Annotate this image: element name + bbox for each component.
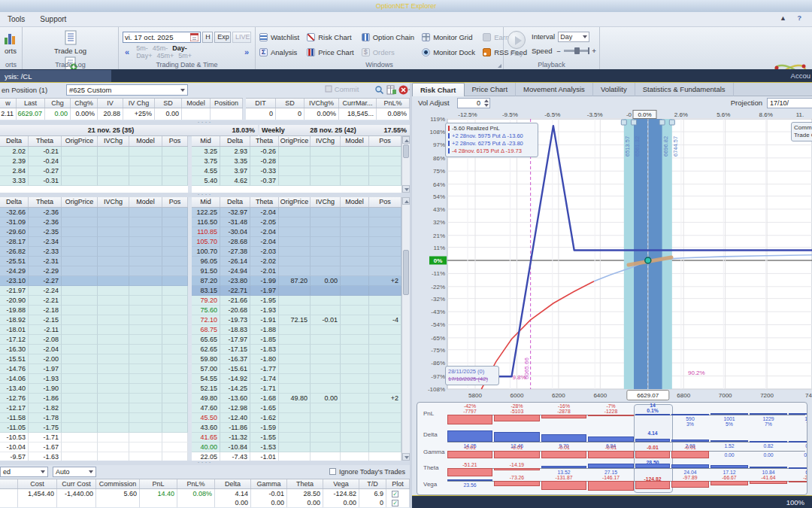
col-Delta[interactable]: Delta [215,479,251,488]
export-grid-icon[interactable] [386,85,396,96]
col-Last[interactable]: Last [17,99,45,108]
scroll-thumb[interactable] [403,144,409,158]
col-delta[interactable]: Delta [220,136,250,146]
col-DIT[interactable]: DIT [246,99,276,108]
option-row[interactable]: 87.20-23.80-1.9987.200.00+2 [192,276,401,286]
calendar-icon[interactable] [190,33,198,41]
option-row[interactable]: 52.15-14.25-1.71 [192,384,401,394]
vol-adjust-spinner[interactable]: 0 [457,98,490,108]
col-model[interactable]: Model [129,197,162,207]
col-origprice[interactable]: OrigPrice [62,197,98,207]
close-icon[interactable] [398,85,408,96]
option-row[interactable]: -14.06-1.93 [0,374,188,384]
col-mid[interactable]: Mid [192,136,220,146]
windows-item-price-chart[interactable]: Price Chart [307,44,354,59]
col-Cost[interactable]: Cost [18,479,57,488]
analysis-tab[interactable]: ysis: /CL [0,70,111,82]
option-row[interactable]: 62.65-17.15-1.83 [192,345,401,354]
interval-select[interactable]: Day [558,32,589,42]
option-row[interactable]: -20.90-2.21 [0,296,188,306]
plot-checkbox[interactable]: ✓ [392,500,398,506]
scrollbar[interactable] [401,197,410,461]
tab-risk-chart[interactable]: Risk Chart [412,83,465,96]
tab-volatility[interactable]: Volatility [593,83,635,96]
collapse-ribbon-icon[interactable]: ▲ [780,14,786,22]
option-row[interactable]: 116.50-31.48-2.05 [192,217,401,227]
expiry-left-band[interactable]: 21 nov. 25 (35)18.03% [0,125,258,136]
option-row[interactable]: 2.39-0.24 [0,157,188,166]
title-bar[interactable]: OptionNET Explorer [0,0,812,12]
tab-statistics-fundamentals[interactable]: Statistics & Fundamentals [635,83,734,96]
option-row[interactable]: -21.97-2.24 [0,286,188,296]
ignore-todays-trades-checkbox[interactable]: Ignore Today's Trades [329,468,405,476]
option-row[interactable]: -10.04-1.67 [0,443,188,452]
group-expander-icon[interactable] [498,64,501,68]
col-theta[interactable]: Theta [250,136,279,146]
col-CurrMar...[interactable]: CurrMar... [339,99,377,108]
col-IV Chg[interactable]: IV Chg [123,99,155,108]
tab-price-chart[interactable]: Price Chart [465,83,517,96]
col-origprice[interactable]: OrigPrice [62,136,98,146]
option-row[interactable]: -29.60-2.35 [0,227,188,237]
scroll-thumb[interactable] [403,250,409,295]
col-T/D[interactable]: T/D [359,479,386,488]
menu-item-tools[interactable]: Tools [0,12,32,23]
step-back-icon[interactable]: « [125,47,129,56]
option-row[interactable]: 75.60-20.68-1.93 [192,306,401,315]
col-Vega[interactable]: Vega [323,479,359,488]
option-row[interactable]: 72.10-19.73-1.9172.15-0.01-4 [192,315,401,325]
option-row[interactable]: 40.00-10.84-1.53 [192,443,401,452]
projection-date-input[interactable]: 17/10/ [767,98,812,108]
option-row[interactable]: -17.12-2.08 [0,335,188,345]
col-IVChg%[interactable]: IVChg% [304,99,339,108]
option-row[interactable]: -25.51-2.31 [0,257,188,266]
option-row[interactable]: -32.66-2.36 [0,208,188,217]
option-row[interactable]: 3.753.35-0.28 [192,157,401,166]
col-PnL[interactable]: PnL [140,479,177,488]
option-row[interactable]: -23.10-2.27 [0,276,188,286]
option-row[interactable]: 45.50-12.40-1.62 [192,413,401,423]
option-row[interactable]: 83.15-22.71-1.97 [192,286,401,296]
step-forward-icon[interactable]: » [244,47,249,56]
option-row[interactable]: -9.57-1.63 [0,452,188,461]
time-step-5m-[interactable]: 5m- [136,44,148,52]
col-SD[interactable]: SD [276,99,304,108]
option-row[interactable]: 91.50-24.94-2.01 [192,266,401,276]
reports-button[interactable]: orts [4,29,17,56]
windows-item-watchlist[interactable]: Watchlist [259,29,299,44]
time-step-5m+[interactable]: 5m+ [178,52,192,59]
floating-toolbox[interactable]: CommTrade C [791,122,812,141]
col-model[interactable]: Model [341,197,369,207]
col-ivchg[interactable]: IVChg [311,197,341,207]
option-row[interactable]: 122.25-32.97-2.04 [192,208,401,217]
col-ivchg[interactable]: IVChg [98,197,129,207]
col-delta[interactable]: Delta [220,197,250,207]
tab-movement-analysis[interactable]: Movement Analysis [516,83,593,96]
option-row[interactable]: 22.05-7.43-1.01 [192,452,401,461]
option-row[interactable]: 100.70-27.38-2.03 [192,247,401,257]
option-row[interactable]: 110.85-30.04-2.04 [192,227,401,237]
col-SD[interactable]: SD [155,99,182,108]
option-row[interactable]: 96.05-26.14-2.02 [192,257,401,266]
col-theta[interactable]: Theta [29,136,62,146]
col-PnL%[interactable]: PnL% [377,99,410,108]
option-row[interactable]: -12.76-1.86 [0,394,188,403]
commit-button[interactable]: Commit [325,85,359,93]
option-row[interactable]: -18.92-2.15 [0,315,188,325]
col-pos[interactable]: Pos [162,197,188,207]
time-step-day-[interactable]: Day- [172,44,187,52]
windows-item-analysis[interactable]: ΣAnalysis [259,44,299,59]
col-origprice[interactable]: OrigPrice [279,136,311,146]
scrollbar[interactable] [401,136,410,193]
col-pos[interactable]: Pos [162,136,188,146]
col-PnL%[interactable]: PnL% [177,479,215,488]
col-model[interactable]: Model [341,136,369,146]
windows-item-orders[interactable]: $Orders [362,44,414,59]
col-Chg[interactable]: Chg [45,99,71,108]
menu-item-support[interactable]: Support [32,12,74,23]
option-row[interactable]: -26.82-2.33 [0,247,188,257]
scroll-down-icon[interactable] [402,453,410,461]
history-button[interactable]: H [202,32,213,43]
windows-item-monitor-dock[interactable]: Monitor Dock [422,44,475,59]
col-Commission[interactable]: Commission [96,479,140,488]
